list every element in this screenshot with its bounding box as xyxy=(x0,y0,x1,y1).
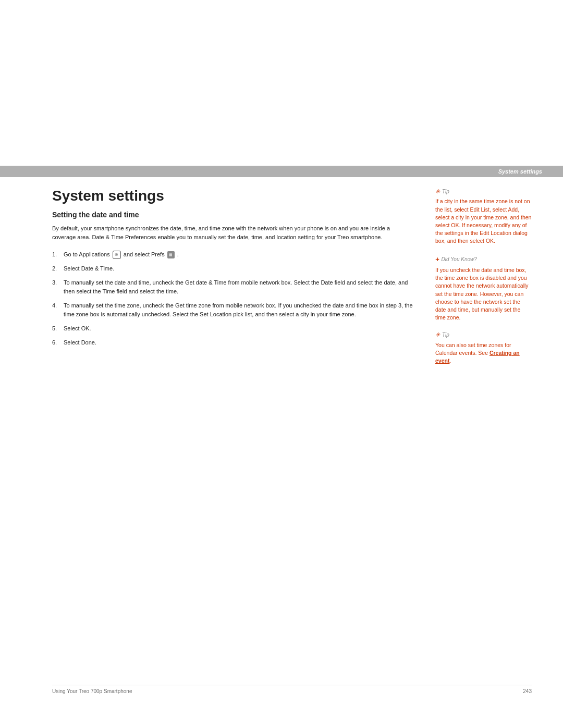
header-bar-title: System settings xyxy=(498,168,542,175)
section-heading: Setting the date and time xyxy=(52,211,414,219)
step-number: 6. xyxy=(52,338,64,347)
tip-section-2: + Did You Know? If you uncheck the date … xyxy=(435,255,532,322)
step-number: 5. xyxy=(52,324,64,333)
list-item: 4. To manually set the time zone, unchec… xyxy=(52,301,414,319)
step-number: 4. xyxy=(52,301,64,310)
tip-star-icon-2: ✳ xyxy=(435,331,440,339)
list-item: 5. Select OK. xyxy=(52,324,414,333)
step-text: Select Done. xyxy=(64,338,414,347)
footer-left: Using Your Treo 700p Smartphone xyxy=(52,688,132,694)
tip3-text-after: . xyxy=(449,357,451,364)
tip-body-2: If you uncheck the date and time box, th… xyxy=(435,266,532,322)
intro-text: By default, your smartphone synchronizes… xyxy=(52,224,414,242)
step-number: 1. xyxy=(52,250,64,259)
footer: Using Your Treo 700p Smartphone 243 xyxy=(52,685,532,694)
step-number: 2. xyxy=(52,264,64,273)
tip-star-icon: ✳ xyxy=(435,188,440,195)
tip-body-3: You can also set time zones for Calendar… xyxy=(435,341,532,365)
prefs-icon: ▦ xyxy=(167,251,175,258)
step-text: Select Date & Time. xyxy=(64,264,414,273)
tip-section-3: ✳ Tip You can also set time zones for Ca… xyxy=(435,331,532,365)
tip-label-3: Tip xyxy=(442,331,449,339)
step-text: To manually set the date and time, unche… xyxy=(64,278,414,296)
step-number: 3. xyxy=(52,278,64,287)
tip-body-1: If a city in the same time zone is not o… xyxy=(435,198,532,245)
list-item: 1. Go to Applications ⊙ and select Prefs… xyxy=(52,250,414,259)
tip-plus-icon: + xyxy=(435,255,439,264)
header-bar: System settings xyxy=(0,166,563,177)
content-columns: System settings Setting the date and tim… xyxy=(52,188,532,374)
list-item: 3. To manually set the date and time, un… xyxy=(52,278,414,296)
tip-label-2: Did You Know? xyxy=(442,256,477,263)
list-item: 6. Select Done. xyxy=(52,338,414,347)
page-container: System settings System settings Setting … xyxy=(0,0,563,728)
tip-section-1: ✳ Tip If a city in the same time zone is… xyxy=(435,188,532,245)
left-column: System settings Setting the date and tim… xyxy=(52,188,414,353)
list-item: 2. Select Date & Time. xyxy=(52,264,414,273)
tip-header-3: ✳ Tip xyxy=(435,331,532,339)
applications-icon: ⊙ xyxy=(113,251,121,259)
right-sidebar: ✳ Tip If a city in the same time zone is… xyxy=(435,188,532,374)
footer-right: 243 xyxy=(523,688,532,694)
steps-list: 1. Go to Applications ⊙ and select Prefs… xyxy=(52,250,414,347)
tip-label-1: Tip xyxy=(442,188,449,195)
page-title: System settings xyxy=(52,188,414,204)
step-text: Select OK. xyxy=(64,324,414,333)
tip-header-1: ✳ Tip xyxy=(435,188,532,195)
main-content: System settings Setting the date and tim… xyxy=(52,188,532,665)
step-text: To manually set the time zone, uncheck t… xyxy=(64,301,414,319)
step-text: Go to Applications ⊙ and select Prefs ▦ … xyxy=(64,250,414,259)
tip-header-2: + Did You Know? xyxy=(435,255,532,264)
